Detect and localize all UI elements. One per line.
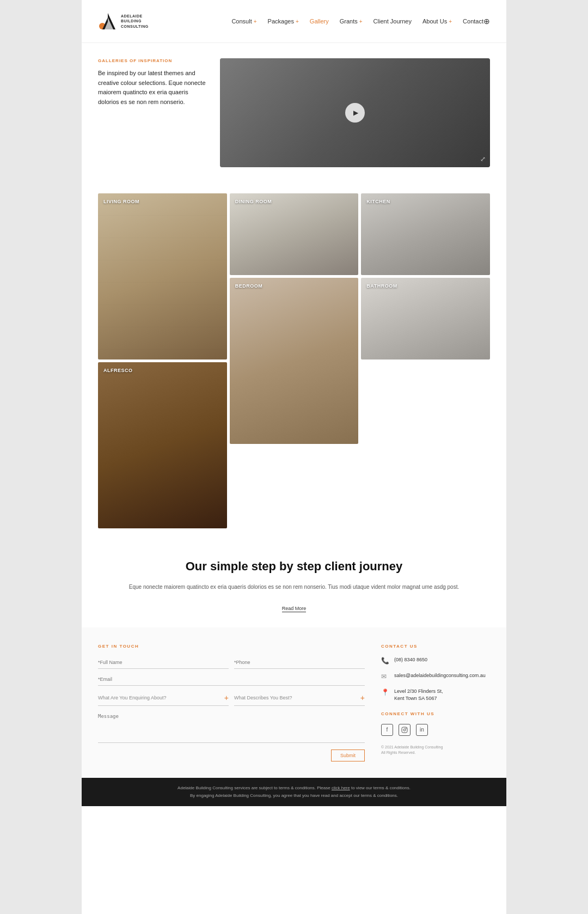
gallery-label-bedroom: BEDROOM [235,283,263,289]
copyright: © 2021 Adelaide Building Consulting All … [381,745,490,756]
form-row-selects: What Are You Enquiring About? + What Des… [98,690,365,706]
hero-tag: GALLERIES OF INSPIRATION [98,58,207,63]
describes-plus-icon: + [360,693,365,702]
gallery-item-alfresco[interactable]: ALFRESCO [98,362,227,528]
footer-bar: Adelaide Building Consulting services ar… [82,778,506,807]
contact-email-item: ✉ sales@adelaidebuildingconsulting.com.a… [381,672,490,681]
linkedin-icon[interactable]: in [416,724,428,736]
location-icon: 📍 [381,688,390,697]
contact-form-label: GET IN TOUCH [98,644,365,649]
nav-consult[interactable]: Consult + [231,18,256,25]
gallery-label-kitchen: KITCHEN [366,199,390,204]
read-more-button[interactable]: Read More [282,606,307,612]
svg-rect-1 [402,727,407,733]
footer-text-line1: Adelaide Building Consulting services ar… [98,784,490,792]
nav-contact[interactable]: Contact [463,18,483,25]
header: ADELAIDE BUILDING CONSULTING Consult + P… [82,0,506,43]
svg-point-2 [403,729,406,731]
gallery-label-living-room: LIVING ROOM [103,199,139,204]
main-nav: Consult + Packages + Gallery Grants + Cl… [231,18,483,25]
enquiry-label: What Are You Enquiring About? [98,695,167,700]
contact-info: CONTACT US 📞 (08) 8340 8650 ✉ sales@adel… [381,644,490,761]
journey-section: Our simple step by step client journey E… [82,539,506,627]
nav-packages[interactable]: Packages + [268,18,299,25]
search-button[interactable]: ⊕ [483,17,490,26]
hero-section: GALLERIES OF INSPIRATION Be inspired by … [82,43,506,182]
svg-point-3 [406,728,406,728]
nav-gallery[interactable]: Gallery [310,18,329,25]
phone-icon: 📞 [381,657,390,666]
gallery-grid: LIVING ROOM DINING ROOM KITCHEN BEDROOM [98,193,490,528]
gallery-item-bathroom[interactable]: BATHROOM [361,278,490,359]
email-icon: ✉ [381,673,390,681]
gallery-section: LIVING ROOM DINING ROOM KITCHEN BEDROOM [82,182,506,539]
describes-label: What Describes You Best? [234,695,292,700]
enquiry-select[interactable]: What Are You Enquiring About? + [98,690,229,706]
hero-description: Be inspired by our latest themes and cre… [98,69,207,107]
form-row-email [98,673,365,686]
journey-description: Eque nonecte maiorem quatincto ex eria q… [125,582,463,592]
expand-icon[interactable]: ⤢ [480,155,486,163]
logo[interactable]: ADELAIDE BUILDING CONSULTING [98,10,149,33]
form-row-name-phone [98,656,365,669]
submit-button[interactable]: Submit [331,750,365,761]
gallery-label-dining-room: DINING ROOM [235,199,272,204]
nav-client-journey[interactable]: Client Journey [373,18,412,25]
describes-select[interactable]: What Describes You Best? + [234,690,365,706]
contact-address: Level 2/30 Flinders St, Kent Town SA 506… [394,688,443,703]
gallery-item-dining-room[interactable]: DINING ROOM [230,193,359,275]
nav-grants[interactable]: Grants + [340,18,363,25]
gallery-item-living-room[interactable]: LIVING ROOM [98,193,227,359]
full-name-input[interactable] [98,656,229,669]
social-label: CONNECT WITH US [381,711,490,716]
contact-info-label: CONTACT US [381,644,490,649]
social-icons: f in [381,724,490,736]
journey-title: Our simple step by step client journey [125,559,463,575]
nav-about-us[interactable]: About Us + [422,18,452,25]
gallery-item-bedroom[interactable]: BEDROOM [230,278,359,444]
video-overlay [220,58,490,167]
gallery-label-bathroom: BATHROOM [366,283,397,289]
facebook-icon[interactable]: f [381,724,393,736]
contact-email[interactable]: sales@adelaidebuildingconsulting.com.au [394,672,486,680]
play-button[interactable] [345,103,365,123]
search-icon: ⊕ [483,17,490,26]
gallery-label-alfresco: ALFRESCO [103,368,133,373]
contact-address-item: 📍 Level 2/30 Flinders St, Kent Town SA 5… [381,688,490,703]
instagram-icon[interactable] [399,724,411,736]
terms-link[interactable]: click here [332,785,350,790]
contact-phone-item: 📞 (08) 8340 8650 [381,656,490,666]
enquiry-plus-icon: + [224,693,229,702]
form-row-message [98,710,365,743]
hero-video[interactable]: ⤢ [220,58,490,167]
social-section: CONNECT WITH US f in [381,711,490,736]
message-textarea[interactable] [98,710,365,743]
footer-text-line2: By engaging Adelaide Building Consulting… [98,792,490,800]
email-input[interactable] [98,673,365,686]
contact-section: GET IN TOUCH What Are You Enquiring Abou… [82,627,506,778]
gallery-item-kitchen[interactable]: KITCHEN [361,193,490,275]
contact-phone: (08) 8340 8650 [394,656,427,664]
logo-text: ADELAIDE BUILDING CONSULTING [121,14,149,28]
hero-text: GALLERIES OF INSPIRATION Be inspired by … [98,58,207,167]
contact-form: GET IN TOUCH What Are You Enquiring Abou… [98,644,365,761]
phone-input[interactable] [234,656,365,669]
